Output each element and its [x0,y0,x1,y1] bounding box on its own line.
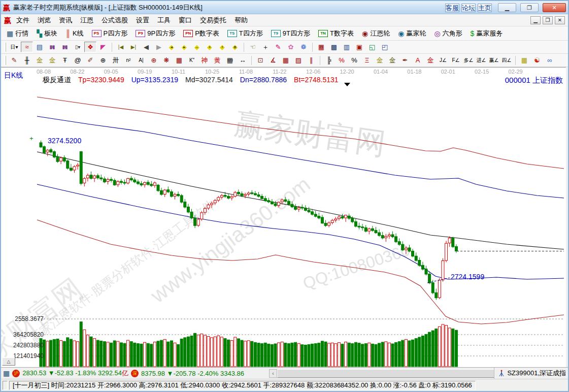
tool-clock-circle[interactable]: ⊕ [97,55,109,66]
tool-diag-grid[interactable]: ▨ [292,55,305,66]
tool-hand-tool[interactable]: ☜ [247,42,259,52]
chart-area[interactable]: 赢家财富网赢家财富网www.yingjia360.com赢家江恩软件·股票分析软… [1,67,566,367]
restore-button[interactable]: ❐ [520,3,539,12]
quick-button-2[interactable]: 主页 [478,4,492,12]
tool-calendar[interactable]: ▦21 [315,42,327,52]
tool-calculator[interactable]: ▩ [328,42,340,52]
toolbar-p-digit-table[interactable]: PNP数字表 [180,28,223,39]
tool-knot-tool[interactable]: ❖ [84,42,96,52]
close-button[interactable]: ✕ [543,3,566,12]
tool-candle-style-dropdown[interactable]: ▯▾ [72,42,84,52]
tool-flower-blue-tool[interactable]: ❁ [297,42,310,52]
tool-seven-percent[interactable]: % [336,55,348,66]
mdi-close-button[interactable]: ✕ [555,16,565,24]
toolbar-kline[interactable]: ║K线 [62,28,87,39]
kline-chart[interactable]: + [1,68,566,367]
menu-浏览[interactable]: 浏览 [34,15,55,26]
tool-grid-123[interactable]: ▦123 [224,55,236,66]
tool-ink-brush[interactable]: ✒ [399,55,411,66]
tool-print-chart[interactable]: ◰ [379,42,391,52]
tool-fan-lines[interactable]: ∡ [267,55,279,66]
tool-gold-circle[interactable]: 金 [374,55,386,66]
tool-mirror-a[interactable]: A| [135,55,147,66]
tool-zoom-right-diamond[interactable]: ◆▸ [178,42,190,52]
tool-volume-ruler[interactable]: ╠ [323,55,335,66]
tool-pan-diamond[interactable]: ◆↔ [191,42,203,52]
toolbar-9t-square[interactable]: T99T四方形 [267,28,314,39]
tool-percent[interactable]: % [348,55,360,66]
tool-zoom-out-diamond[interactable]: ◆× [204,42,216,52]
tool-spider-web[interactable]: ❋ [160,55,173,66]
tool-si-angle[interactable]: 四∠ [500,55,513,66]
mdi-restore-button[interactable]: ❐ [543,16,553,24]
toolbar-gann-wheel[interactable]: ◉江恩轮 [358,28,393,39]
tool-grid-fill[interactable]: ▦ [280,55,292,66]
tool-gold-lines[interactable]: 金 [386,55,398,66]
menu-文件[interactable]: 文件 [12,15,34,26]
tool-f-ruler[interactable]: Ŧ [59,55,71,66]
tool-box-select[interactable]: ⊡ [254,55,266,66]
tool-k-quote[interactable]: K" [186,55,198,66]
mdi-minimize-button[interactable]: ▁ [530,16,541,24]
toolbar-winner-wheel[interactable]: ◉赢家轮 [394,28,429,39]
menu-窗口[interactable]: 窗口 [175,15,196,26]
minimize-button[interactable]: ▁ [498,3,516,12]
menu-帮助[interactable]: 帮助 [230,15,252,26]
tool-jin-angle[interactable]: 进∠ [475,55,487,66]
horizontal-scrollbar[interactable]: ‹ › [269,369,520,378]
tool-j-angle[interactable]: J∠ [437,55,449,66]
tool-zigzag-chart[interactable]: ≈ [21,42,33,52]
tool-bars-9[interactable]: ▮▮9 [59,42,71,52]
tool-yinyang[interactable]: ☯ [531,55,543,66]
tool-pencil-rocket[interactable]: ✎ [8,55,20,66]
tool-spiral[interactable]: @ [72,55,84,66]
pane-collapse-button[interactable]: △ [2,357,15,366]
scroll-left-button[interactable]: ‹ [269,369,277,378]
tool-a-wave[interactable]: A [412,55,424,66]
tool-infinity[interactable]: ∞ [544,55,556,66]
tool-duo-angle[interactable]: 多∠ [462,55,475,66]
tool-gold-square-2[interactable]: 金 [46,55,58,66]
tool-f-angle[interactable]: F∠ [450,55,462,66]
tool-last-bar[interactable]: ▶| [127,42,140,52]
tool-label-tool[interactable]: ✎ [272,42,284,52]
tool-first-bar[interactable]: |◀ [115,42,127,52]
toolbar-sectors[interactable]: ▚板块 [33,28,61,39]
toolbar-9p-square[interactable]: P99P四方形 [132,28,179,39]
tool-gold-red[interactable]: 金 [424,55,437,66]
quote-grid-icon[interactable]: ▦ [3,370,10,377]
quick-button-0[interactable]: 客服 [445,4,459,12]
tool-zoom-in-diamond[interactable]: ◆+ [216,42,228,52]
status-right[interactable]: SZ399001,深证成指 [494,368,566,379]
menu-资讯[interactable]: 资讯 [55,15,76,26]
tool-crosshair-tool[interactable]: ＋ [259,42,272,52]
tool-parallel-lines[interactable]: ∥ [305,55,317,66]
menu-交易委托[interactable]: 交易委托 [196,15,230,26]
tool-h-measure[interactable]: ↔ [237,55,249,66]
tool-export-chart[interactable]: ◱ [366,42,378,52]
menu-设置[interactable]: 设置 [132,15,153,26]
toolbar-p-square[interactable]: PSP四方形 [88,28,131,39]
menu-工具[interactable]: 工具 [153,15,175,26]
tool-notepad[interactable]: ▥ [341,42,353,52]
tool-shen-tool[interactable]: 神 [198,55,211,66]
menu-江恩[interactable]: 江恩 [76,15,97,26]
tool-grid-yellow[interactable]: ▦ [518,55,530,66]
tool-zoom-left-diamond[interactable]: ◆◂ [165,42,178,52]
toolbar-quotes[interactable]: ▦行情 [3,28,32,39]
tool-dense-ruler[interactable]: 卅 [110,55,122,66]
toolbar-hexagon[interactable]: ◎六角形 [430,28,465,39]
tool-zoom-full-diamond[interactable]: ◆⊕ [229,42,241,52]
toolbar-t-square[interactable]: TST四方形 [224,28,266,39]
tool-bars-3[interactable]: ▮▮3 [46,42,58,52]
tool-ying-angle[interactable]: 赢∠ [488,55,500,66]
tool-grid-ruler[interactable]: ╫ [21,55,33,66]
tool-n2-ruler[interactable]: n² [122,55,135,66]
tool-circle-target[interactable]: ⊕ [148,55,160,66]
scrollbar-thumb[interactable] [277,369,506,378]
toolbar-winner-service[interactable]: $赢家服务 [467,28,507,39]
linked-index-label[interactable]: SZ399001,深证成指 [507,369,566,378]
tool-save[interactable]: ▣ [353,42,365,52]
quick-button-1[interactable]: 论坛 [461,4,476,12]
tool-next-bar[interactable]: ▶ [153,42,165,52]
